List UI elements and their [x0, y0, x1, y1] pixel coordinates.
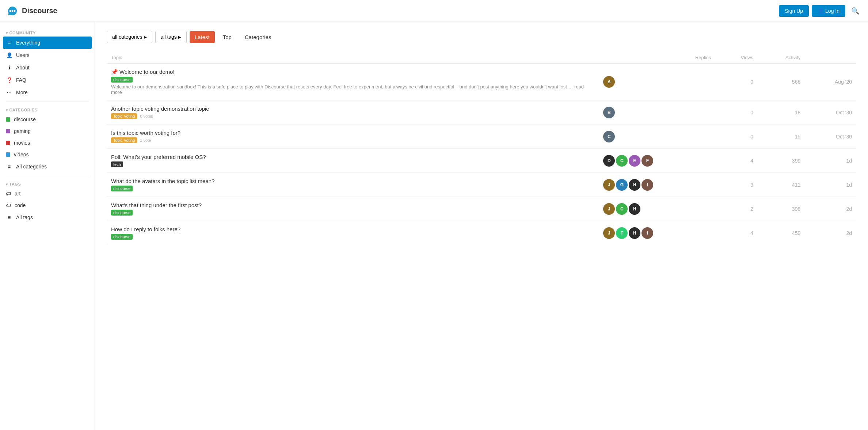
replies-cell: 4	[715, 221, 758, 245]
category-badge[interactable]: discourse	[111, 234, 133, 240]
activity-cell: Aug '20	[805, 64, 856, 100]
activity-cell: 1d	[805, 173, 856, 197]
sidebar-item-all-categories[interactable]: ≡ All categories	[0, 160, 95, 173]
videos-color-dot	[6, 152, 10, 157]
topic-column-header: Topic	[107, 52, 599, 64]
category-badge[interactable]: discourse	[111, 77, 133, 83]
topic-title[interactable]: Another topic voting demonstration topic	[111, 106, 594, 112]
views-cell: 18	[758, 100, 805, 125]
sidebar-item-about[interactable]: ℹ About	[0, 61, 95, 74]
topic-meta: Topic Voting0 votes	[111, 113, 594, 119]
sidebar-item-users[interactable]: 👤 Users	[0, 49, 95, 61]
tags-filter-button[interactable]: all tags ▶	[155, 31, 187, 43]
topic-cell: Another topic voting demonstration topic…	[107, 100, 599, 125]
faq-icon: ❓	[6, 77, 12, 83]
header: Discourse Sign Up 👤 Log In 🔍	[0, 0, 868, 22]
table-row: What's that thing under the first post?d…	[107, 197, 856, 221]
avatars-group: A	[603, 76, 711, 88]
replies-cell: 0	[715, 64, 758, 100]
topic-cell: 📌Welcome to our demo!discourseWelcome to…	[107, 64, 599, 100]
sidebar-divider-2	[6, 176, 89, 176]
everything-icon: ≡	[6, 39, 12, 46]
sidebar: ▾ COMMUNITY ≡ Everything 👤 Users ℹ About…	[0, 22, 95, 254]
community-section-label[interactable]: ▾ COMMUNITY	[0, 28, 95, 37]
topic-cell: How do I reply to folks here?discourse	[107, 221, 599, 245]
avatar: H	[629, 179, 640, 191]
sidebar-divider-1	[6, 102, 89, 102]
movies-color-dot	[6, 141, 10, 145]
category-badge[interactable]: tech	[111, 161, 123, 167]
avatars-cell: C	[599, 125, 715, 149]
category-badge[interactable]: Topic Voting	[111, 113, 137, 119]
topic-title[interactable]: Poll: What's your preferred mobile OS?	[111, 154, 594, 160]
sidebar-item-art[interactable]: 🏷 art	[0, 188, 95, 199]
sidebar-item-videos[interactable]: videos	[0, 149, 95, 160]
topic-title[interactable]: What do the avatars in the topic list me…	[111, 178, 594, 184]
sidebar-item-all-tags[interactable]: ≡ All tags	[0, 211, 95, 224]
tab-categories[interactable]: Categories	[240, 31, 277, 43]
topic-title[interactable]: What's that thing under the first post?	[111, 202, 594, 208]
categories-filter-button[interactable]: all categories ▶	[107, 31, 152, 43]
table-row: Is this topic worth voting for?Topic Vot…	[107, 125, 856, 149]
user-icon: 👤	[818, 8, 824, 14]
activity-column-header: Activity	[758, 52, 805, 64]
activity-cell: Oct '30	[805, 125, 856, 149]
avatar: T	[616, 227, 628, 239]
avatar: D	[603, 155, 615, 167]
sidebar-item-gaming[interactable]: gaming	[0, 125, 95, 137]
svg-point-2	[12, 10, 14, 12]
table-row: 📌Welcome to our demo!discourseWelcome to…	[107, 64, 856, 100]
header-left: Discourse	[6, 4, 57, 18]
avatar: E	[629, 155, 640, 167]
sidebar-item-discourse[interactable]: discourse	[0, 114, 95, 125]
replies-cell: 4	[715, 149, 758, 173]
sign-up-button[interactable]: Sign Up	[779, 5, 809, 17]
category-badge[interactable]: discourse	[111, 186, 133, 191]
avatars-cell: JGHI	[599, 173, 715, 197]
category-badge[interactable]: Topic Voting	[111, 137, 137, 143]
topic-meta: discourse	[111, 210, 594, 216]
log-in-button[interactable]: 👤 Log In	[812, 5, 845, 17]
users-icon: 👤	[6, 52, 12, 58]
topic-title[interactable]: How do I reply to folks here?	[111, 226, 594, 232]
sidebar-item-faq[interactable]: ❓ FAQ	[0, 74, 95, 86]
topic-cell: Poll: What's your preferred mobile OS?te…	[107, 149, 599, 173]
tab-top[interactable]: Top	[218, 31, 237, 43]
avatar: J	[603, 203, 615, 215]
replies-cell: 2	[715, 197, 758, 221]
chevron-down-icon-3: ▾	[6, 182, 8, 186]
main-layout: ▾ COMMUNITY ≡ Everything 👤 Users ℹ About…	[0, 22, 868, 254]
topic-meta: tech	[111, 161, 594, 167]
topic-title[interactable]: 📌Welcome to our demo!	[111, 69, 594, 75]
topic-meta: discourse	[111, 186, 594, 191]
filter-bar: all categories ▶ all tags ▶ Latest Top C…	[107, 31, 856, 43]
topic-title[interactable]: Is this topic worth voting for?	[111, 130, 594, 136]
tab-latest[interactable]: Latest	[190, 31, 215, 43]
activity-cell: 2d	[805, 221, 856, 245]
sidebar-item-more[interactable]: ⋯ More	[0, 86, 95, 99]
avatar: G	[616, 179, 628, 191]
avatar: F	[642, 155, 653, 167]
avatars-cell: JTHI	[599, 221, 715, 245]
avatars-group: C	[603, 131, 711, 142]
logo-text: Discourse	[22, 7, 57, 15]
header-right: Sign Up 👤 Log In 🔍	[779, 4, 862, 18]
about-icon: ℹ	[6, 64, 12, 71]
code-tag-icon: 🏷	[6, 202, 11, 208]
main-content: all categories ▶ all tags ▶ Latest Top C…	[95, 22, 868, 254]
tags-section-label[interactable]: ▾ TAGS	[0, 179, 95, 188]
avatar: C	[603, 131, 615, 142]
sidebar-item-everything[interactable]: ≡ Everything	[3, 37, 92, 49]
topic-table: Topic Replies Views Activity 📌Welcome to…	[107, 52, 856, 245]
categories-section-label[interactable]: ▾ CATEGORIES	[0, 105, 95, 114]
avatar: I	[642, 179, 653, 191]
search-button[interactable]: 🔍	[848, 4, 862, 18]
avatars-group: DCEF	[603, 155, 711, 167]
views-cell: 399	[758, 149, 805, 173]
sidebar-item-code[interactable]: 🏷 code	[0, 199, 95, 211]
sidebar-item-movies[interactable]: movies	[0, 137, 95, 149]
replies-cell: 3	[715, 173, 758, 197]
category-badge[interactable]: discourse	[111, 210, 133, 216]
topic-meta: discourse	[111, 77, 594, 83]
avatars-cell: JCH	[599, 197, 715, 221]
